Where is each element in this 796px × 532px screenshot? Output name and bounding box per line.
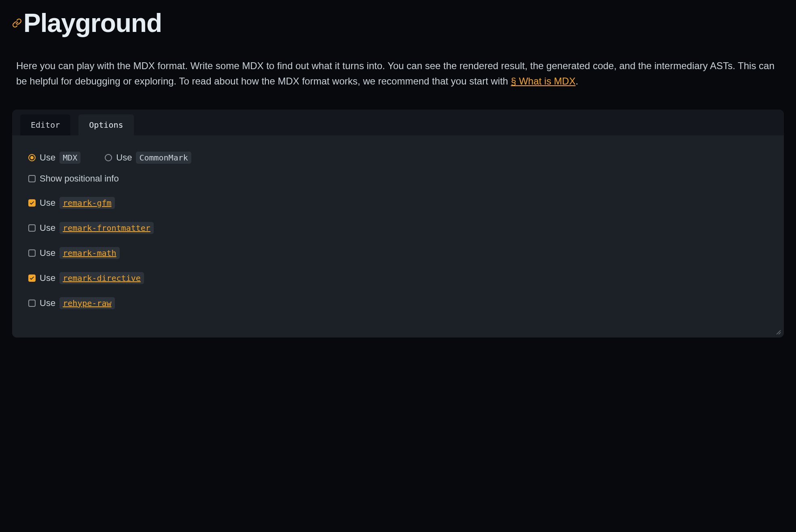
playground-panel: Editor Options Use MDX Use CommonMark Sh… <box>12 110 784 338</box>
format-mdx-option[interactable]: Use MDX <box>28 152 80 164</box>
use-prefix: Use <box>40 223 55 233</box>
resize-handle-icon[interactable] <box>776 329 781 335</box>
radio-icon <box>28 154 36 161</box>
use-prefix: Use <box>116 152 132 163</box>
format-commonmark-badge: CommonMark <box>136 152 191 164</box>
radio-icon <box>105 154 112 161</box>
svg-line-0 <box>777 330 781 334</box>
show-positional-label: Show positional info <box>40 173 119 184</box>
plugin-remark-math[interactable]: Use remark-math <box>28 247 768 259</box>
use-prefix: Use <box>40 298 55 308</box>
plugin-link[interactable]: rehype-raw <box>59 297 114 309</box>
checkbox-icon <box>28 175 36 182</box>
plugin-link[interactable]: remark-directive <box>59 272 144 284</box>
tab-editor[interactable]: Editor <box>20 114 70 135</box>
use-prefix: Use <box>40 273 55 283</box>
use-prefix: Use <box>40 198 55 208</box>
plugin-link[interactable]: remark-frontmatter <box>59 222 154 234</box>
page-title: Playground <box>23 8 162 38</box>
show-positional-option[interactable]: Show positional info <box>28 173 768 184</box>
use-prefix: Use <box>40 248 55 258</box>
checkbox-icon <box>28 300 36 307</box>
plugin-link[interactable]: remark-gfm <box>59 197 114 209</box>
permalink-icon[interactable] <box>12 18 22 28</box>
checkbox-icon <box>28 274 36 282</box>
tab-bar: Editor Options <box>12 110 784 135</box>
options-panel: Use MDX Use CommonMark Show positional i… <box>12 135 784 338</box>
use-prefix: Use <box>40 152 55 163</box>
checkbox-icon <box>28 224 36 232</box>
plugin-remark-frontmatter[interactable]: Use remark-frontmatter <box>28 222 768 234</box>
format-mdx-badge: MDX <box>59 152 80 164</box>
plugin-list: Use remark-gfm Use remark-frontmatter Us… <box>28 197 768 309</box>
plugin-rehype-raw[interactable]: Use rehype-raw <box>28 297 768 309</box>
plugin-remark-gfm[interactable]: Use remark-gfm <box>28 197 768 209</box>
svg-line-1 <box>779 332 781 334</box>
plugin-link[interactable]: remark-math <box>59 247 119 259</box>
intro-text-after: . <box>576 76 578 87</box>
plugin-remark-directive[interactable]: Use remark-directive <box>28 272 768 284</box>
what-is-mdx-link[interactable]: § What is MDX <box>511 76 576 87</box>
intro-text-before: Here you can play with the MDX format. W… <box>16 60 775 87</box>
checkbox-icon <box>28 249 36 257</box>
tab-options[interactable]: Options <box>78 114 133 135</box>
format-commonmark-option[interactable]: Use CommonMark <box>105 152 191 164</box>
intro-paragraph: Here you can play with the MDX format. W… <box>12 58 784 89</box>
checkbox-icon <box>28 199 36 207</box>
